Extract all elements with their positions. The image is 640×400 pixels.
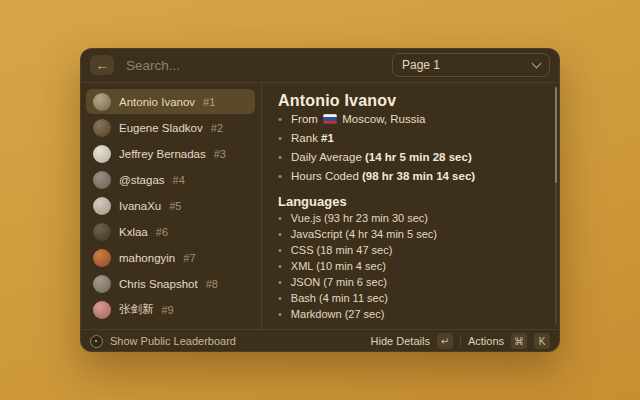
list-item[interactable]: mahongyin #7	[86, 245, 255, 270]
app-window: ← Page 1 Antonio Ivanov #1 Eugene Sladko…	[80, 48, 560, 352]
show-public-leaderboard-button[interactable]: Show Public Leaderboard	[90, 335, 236, 348]
language-item: JavaScript (4 hr 34 min 5 sec)	[278, 226, 544, 242]
list-item[interactable]: Chris Snapshot #8	[86, 271, 255, 296]
language-item: JSON (7 min 6 sec)	[278, 274, 544, 290]
language-item: Vue.js (93 hr 23 min 30 sec)	[278, 210, 544, 226]
footer-separator	[460, 335, 461, 347]
detail-info-hours-coded: Hours Coded (98 hr 38 min 14 sec)	[278, 167, 544, 186]
user-rank: #6	[156, 226, 168, 238]
detail-info-list: From Moscow, Russia Rank #1 Daily Averag…	[278, 110, 544, 186]
detail-info-from: From Moscow, Russia	[278, 110, 544, 129]
footer-actions: Hide Details ↵ Actions ⌘ K	[371, 333, 550, 349]
enter-key-icon: ↵	[437, 333, 453, 349]
back-button[interactable]: ←	[90, 55, 114, 75]
user-name: Jeffrey Bernadas	[119, 148, 206, 160]
language-item: XML (10 min 4 sec)	[278, 258, 544, 274]
window-body: Antonio Ivanov #1 Eugene Sladkov #2 Jeff…	[80, 83, 560, 329]
avatar	[93, 249, 111, 267]
avatar	[93, 145, 111, 163]
detail-title: Antonio Ivanov	[278, 91, 544, 110]
user-name: 张剑新	[119, 302, 154, 317]
language-item: CSS (18 min 47 sec)	[278, 242, 544, 258]
search-input[interactable]	[124, 57, 382, 74]
detail-panel: Antonio Ivanov From Moscow, Russia Rank …	[262, 83, 560, 329]
user-rank: #9	[162, 304, 174, 316]
user-rank: #1	[203, 96, 215, 108]
actions-button[interactable]: Actions	[468, 335, 504, 347]
list-item[interactable]: Kxlaa #6	[86, 219, 255, 244]
avatar	[93, 223, 111, 241]
user-name: Eugene Sladkov	[119, 122, 203, 134]
user-rank: #5	[169, 200, 181, 212]
detail-info-rank: Rank #1	[278, 129, 544, 148]
page-dropdown[interactable]: Page 1	[392, 53, 550, 77]
avatar	[93, 197, 111, 215]
command-key-icon: ⌘	[511, 333, 527, 349]
user-name: Antonio Ivanov	[119, 96, 195, 108]
list-item[interactable]: @stagas #4	[86, 167, 255, 192]
language-item: Markdown (27 sec)	[278, 306, 544, 322]
leaderboard-list: Antonio Ivanov #1 Eugene Sladkov #2 Jeff…	[80, 83, 262, 329]
hide-details-button[interactable]: Hide Details	[371, 335, 430, 347]
footer-bar: Show Public Leaderboard Hide Details ↵ A…	[80, 329, 560, 352]
user-name: mahongyin	[119, 252, 175, 264]
list-item[interactable]: Antonio Ivanov #1	[86, 89, 255, 114]
user-name: Kxlaa	[119, 226, 148, 238]
arrow-left-icon: ←	[96, 58, 109, 73]
language-item: Bash (4 min 11 sec)	[278, 290, 544, 306]
user-rank: #7	[183, 252, 195, 264]
footer-left-label: Show Public Leaderboard	[110, 335, 236, 347]
user-name: @stagas	[119, 174, 165, 186]
user-name: IvanaXu	[119, 200, 161, 212]
scrollbar-thumb[interactable]	[555, 87, 557, 183]
avatar	[93, 119, 111, 137]
avatar	[93, 171, 111, 189]
page-dropdown-value: Page 1	[402, 58, 440, 72]
user-rank: #4	[173, 174, 185, 186]
list-item[interactable]: Eugene Sladkov #2	[86, 115, 255, 140]
top-bar: ← Page 1	[80, 48, 560, 83]
detail-info-daily-average: Daily Average (14 hr 5 min 28 sec)	[278, 148, 544, 167]
leaderboard-logo-icon	[90, 335, 103, 348]
languages-list: Vue.js (93 hr 23 min 30 sec) JavaScript …	[278, 210, 544, 322]
avatar	[93, 93, 111, 111]
avatar	[93, 275, 111, 293]
user-rank: #8	[206, 278, 218, 290]
user-name: Chris Snapshot	[119, 278, 198, 290]
avatar	[93, 301, 111, 319]
k-key-icon: K	[534, 333, 550, 349]
languages-heading: Languages	[278, 194, 544, 210]
user-rank: #3	[214, 148, 226, 160]
user-rank: #2	[211, 122, 223, 134]
russia-flag-icon	[323, 114, 337, 124]
chevron-down-icon	[532, 59, 542, 69]
list-item[interactable]: Jeffrey Bernadas #3	[86, 141, 255, 166]
list-item[interactable]: IvanaXu #5	[86, 193, 255, 218]
list-item[interactable]: 张剑新 #9	[86, 297, 255, 322]
